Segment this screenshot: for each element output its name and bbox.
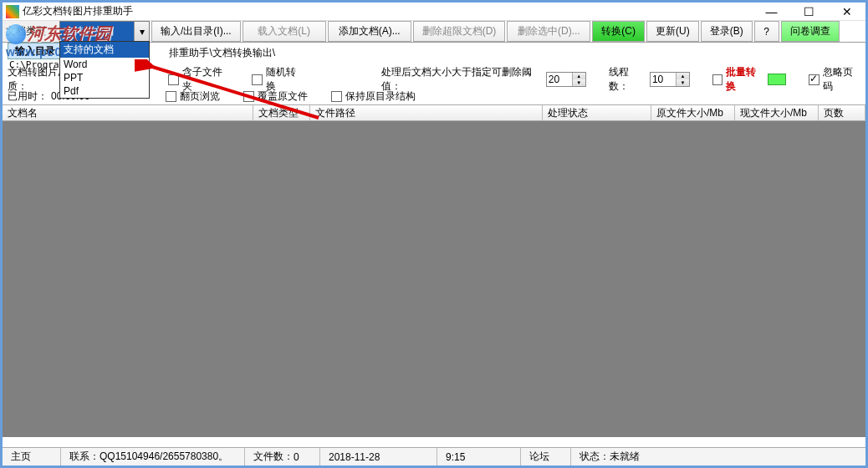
dropdown-selected: 支持的文档 [60, 22, 134, 41]
convert-button[interactable]: 转换(C) [592, 21, 645, 42]
table-body[interactable] [3, 121, 865, 437]
app-window: 亿彩文档转图片排重助手 — ☐ ✕ 河东软件园 www.pc0359.cn 文档… [0, 0, 868, 468]
table-header: 文档名 文档类型 文件路径 处理状态 原文件大小/Mb 现文件大小/Mb 页数 [3, 104, 865, 121]
col-pages[interactable]: 页数 [819, 105, 865, 120]
threads-spinner[interactable]: 10 ▲▼ [650, 72, 690, 87]
app-icon [6, 5, 19, 18]
delete-oversize-button[interactable]: 删除超限文档(D) [413, 21, 506, 42]
update-button[interactable]: 更新(U) [646, 21, 699, 42]
spin-down-icon[interactable]: ▼ [572, 79, 585, 86]
help-button[interactable]: ? [754, 21, 779, 42]
minimize-button[interactable]: — [753, 3, 790, 21]
status-contact: 联系：QQ15104946/2655780380。 [61, 448, 245, 465]
dropdown-item[interactable]: 支持的文档 [60, 42, 149, 58]
doc-type-label: 文档类型： [3, 21, 59, 42]
status-state: 状态：未就绪 [571, 448, 865, 465]
window-title: 亿彩文档转图片排重助手 [23, 4, 753, 18]
col-orig-size[interactable]: 原文件大小/Mb [651, 105, 735, 120]
titlebar: 亿彩文档转图片排重助手 — ☐ ✕ [3, 3, 865, 21]
keep-struct-label: 保持原目录结构 [345, 89, 416, 104]
input-dir-label[interactable]: 输入目录 [8, 43, 63, 59]
spin-down-icon[interactable]: ▼ [676, 79, 689, 86]
status-date: 2018-11-28 [320, 448, 437, 465]
batch-conv-checkbox[interactable] [712, 74, 722, 85]
keep-struct-checkbox[interactable] [331, 91, 342, 102]
survey-button[interactable]: 问卷调查 [781, 21, 840, 42]
batch-conv-label: 批量转换 [726, 65, 763, 94]
dropdown-item[interactable]: PPT [60, 71, 149, 84]
load-docs-button[interactable]: 载入文档(L) [243, 21, 326, 42]
random-conv-checkbox[interactable] [252, 74, 262, 85]
maximize-button[interactable]: ☐ [790, 3, 828, 21]
threads-label: 线程数： [609, 65, 646, 94]
dropdown-item[interactable]: Word [60, 58, 149, 71]
dropdown-item[interactable]: Pdf [60, 84, 149, 98]
spin-up-icon[interactable]: ▲ [572, 73, 585, 79]
overwrite-checkbox[interactable] [243, 91, 254, 102]
col-type[interactable]: 文档类型 [253, 105, 310, 120]
col-path[interactable]: 文件路径 [310, 105, 543, 120]
elapsed-label: 已用时： [8, 89, 48, 104]
overwrite-label: 覆盖原文件 [258, 89, 308, 104]
add-docs-button[interactable]: 添加文档(A)... [328, 21, 411, 42]
spin-up-icon[interactable]: ▲ [676, 73, 689, 79]
delete-selected-button[interactable]: 删除选中(D)... [507, 21, 590, 42]
status-file-count: 文件数：0 [245, 448, 320, 465]
status-forum[interactable]: 论坛 [521, 448, 571, 465]
status-home[interactable]: 主页 [3, 448, 61, 465]
ignore-page-checkbox[interactable] [809, 74, 819, 85]
ignore-page-label: 忽略页码 [823, 65, 860, 94]
login-button[interactable]: 登录(B) [701, 21, 753, 42]
output-path-suffix: 排重助手\文档转换输出\ [169, 46, 275, 60]
dropdown-list: 支持的文档 Word PPT Pdf [59, 41, 150, 99]
toolbar: 文档类型： 支持的文档 ▾ 支持的文档 Word PPT Pdf 输入/出目录(… [3, 21, 865, 43]
chevron-down-icon[interactable]: ▾ [134, 22, 149, 41]
flip-preview-checkbox[interactable] [166, 91, 176, 102]
io-dir-button[interactable]: 输入/出目录(I)... [151, 21, 241, 42]
batch-indicator-icon [768, 74, 787, 85]
threads-value[interactable]: 10 [651, 73, 676, 86]
close-button[interactable]: ✕ [828, 3, 865, 21]
flip-preview-label: 翻页浏览 [180, 89, 220, 104]
col-name[interactable]: 文档名 [3, 105, 253, 120]
doc-type-dropdown[interactable]: 支持的文档 ▾ 支持的文档 Word PPT Pdf [59, 21, 150, 42]
size-threshold-spinner[interactable]: 20 ▲▼ [546, 72, 586, 87]
subfolder-checkbox[interactable] [168, 74, 178, 85]
col-status[interactable]: 处理状态 [543, 105, 651, 120]
size-threshold-value[interactable]: 20 [547, 73, 572, 86]
col-new-size[interactable]: 现文件大小/Mb [735, 105, 819, 120]
statusbar: 主页 联系：QQ15104946/2655780380。 文件数：0 2018-… [3, 447, 865, 465]
status-time: 9:15 [437, 448, 521, 465]
